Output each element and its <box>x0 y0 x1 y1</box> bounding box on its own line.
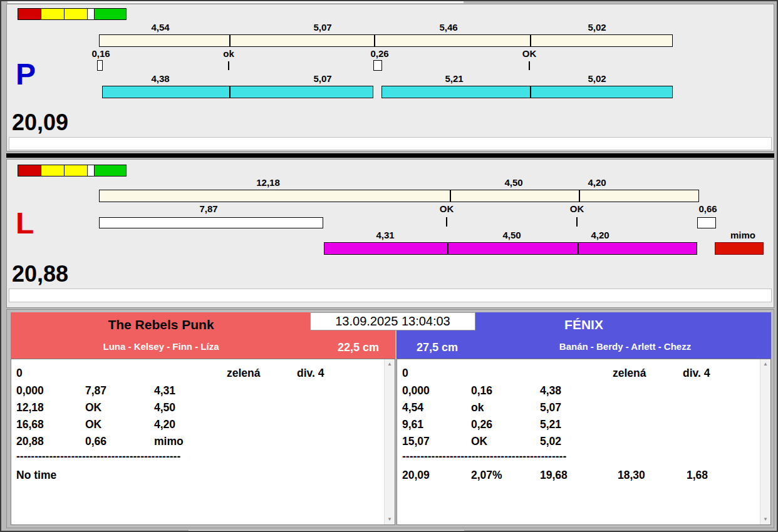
log-cell: 0,26 <box>471 418 492 431</box>
log-cell: 0 <box>16 367 23 380</box>
start-light-green-icon <box>94 165 127 176</box>
lane-p-split-bottom-label: 5,07 <box>313 73 331 84</box>
lane-l-mark-label: 0,66 <box>698 203 717 214</box>
log-cell: 4,31 <box>154 384 175 397</box>
lane-l-status-strip <box>9 289 772 302</box>
lane-p-split-top-label: 5,02 <box>588 22 606 33</box>
log-cell: zelená <box>227 367 261 380</box>
log-row: 12,18 OK 4,50 <box>11 401 383 415</box>
lane-l-total-time: 20,88 <box>12 262 68 286</box>
start-light-green-icon <box>94 8 127 20</box>
start-light-yellow-icon <box>64 8 88 20</box>
bar-divider <box>579 190 580 202</box>
start-light-red-icon <box>18 8 41 20</box>
bar-divider <box>578 242 579 255</box>
lane-l-first-run-bar <box>99 217 323 228</box>
log-row: 9,61 0,26 5,21 <box>397 418 759 432</box>
scroll-down-icon[interactable]: ▼ <box>387 514 392 524</box>
log-cell: ----------------------------------------… <box>16 450 180 463</box>
log-row: 15,07 OK 5,02 <box>397 435 759 449</box>
log-cell: No time <box>16 469 56 482</box>
log-cell: 0 <box>402 367 408 380</box>
start-light-yellow-icon <box>64 165 88 176</box>
scroll-up-icon[interactable]: ▲ <box>387 359 392 369</box>
lane-l-rerun-bar <box>324 242 697 255</box>
team-right-members: Banán - Berdy - Arlett - Chezz <box>484 341 766 352</box>
log-cell: div. 4 <box>297 367 324 380</box>
log-row: 0,000 0,16 4,38 <box>397 384 759 398</box>
log-cell: 9,61 <box>402 418 423 431</box>
lane-p-mark-label: ok <box>223 48 234 59</box>
lane-l-letter: L <box>16 208 34 238</box>
log-separator-row: ----------------------------------------… <box>11 450 383 464</box>
lane-p-status-strip <box>9 137 772 150</box>
log-cell: 2,07% <box>471 469 502 482</box>
log-cell: OK <box>471 435 487 448</box>
team-left-log[interactable]: 0 zelená div. 4 0,000 7,87 4,31 12,18 OK… <box>11 359 395 525</box>
bar-divider <box>229 34 231 47</box>
log-row: 0 zelená div. 4 <box>397 367 759 381</box>
team-left-scrollbar[interactable]: ▲ ▼ <box>384 359 395 524</box>
scroll-down-icon[interactable]: ▼ <box>763 514 768 524</box>
bar-divider <box>374 34 375 47</box>
start-fault-box <box>97 60 103 71</box>
log-separator-row: ----------------------------------------… <box>397 450 759 464</box>
log-cell: mimo <box>154 435 184 448</box>
lane-p-split-top-label: 4,54 <box>151 22 169 33</box>
change-fault-box <box>373 60 382 71</box>
lane-l-out-label: mimo <box>730 230 755 240</box>
log-cell: OK <box>85 401 101 414</box>
bar-divider <box>530 86 531 98</box>
log-row: 0,000 7,87 4,31 <box>11 384 383 398</box>
change-tick <box>446 217 447 227</box>
lane-p-split-bar <box>99 34 673 47</box>
lane-p-split-bottom-label: 5,21 <box>445 73 463 84</box>
lane-p-split-top-label: 5,07 <box>313 22 331 33</box>
bar-divider <box>530 34 531 47</box>
team-left-members: Luna - Kelsey - Finn - Líza <box>11 341 311 352</box>
lane-l-split-top-label: 12,18 <box>256 177 280 188</box>
start-light-red-icon <box>18 165 41 176</box>
log-cell: 4,38 <box>540 384 561 397</box>
lane-l-split-bottom-label: 4,31 <box>376 230 394 240</box>
log-row: 0 zelená div. 4 <box>11 367 383 381</box>
change-tick <box>576 217 578 227</box>
log-cell: ----------------------------------------… <box>402 450 566 463</box>
log-result-row: No time <box>11 469 383 483</box>
log-cell: 20,88 <box>16 435 44 448</box>
log-cell: 20,09 <box>402 469 430 482</box>
log-cell: 0,000 <box>16 384 44 397</box>
log-cell: 0,16 <box>471 384 492 397</box>
team-right-log[interactable]: 0 zelená div. 4 0,000 0,16 4,38 4,54 ok … <box>397 359 771 525</box>
log-cell: 4,50 <box>154 401 175 414</box>
bar-divider <box>450 190 451 202</box>
lane-l-split-top-label: 4,50 <box>504 177 522 188</box>
lane-p-mark-label: 0,16 <box>91 48 110 59</box>
log-cell: 19,68 <box>540 469 568 482</box>
lane-p-panel: P 4,54 5,07 5,46 5,02 0,16 ok 0,26 OK 4,… <box>6 4 774 151</box>
lane-p-split-bottom-label: 5,02 <box>588 73 606 84</box>
lane-l-split-bottom-label: 4,50 <box>502 230 521 240</box>
lane-l-out-bar <box>715 242 764 255</box>
log-cell: 12,18 <box>16 401 44 414</box>
log-cell: div. 4 <box>683 367 710 380</box>
lane-separator <box>6 153 774 158</box>
scroll-up-icon[interactable]: ▲ <box>763 359 768 369</box>
team-right-scrollbar[interactable]: ▲ ▼ <box>760 359 770 524</box>
lane-p-split-top-label: 5,46 <box>439 22 457 33</box>
bar-divider <box>229 86 231 98</box>
lane-p-letter: P <box>16 59 36 90</box>
log-cell: 5,21 <box>540 418 561 431</box>
log-cell: 4,54 <box>402 401 423 414</box>
start-light-l <box>18 165 127 176</box>
lane-p-total-time: 20,09 <box>12 111 68 135</box>
log-result-row: 20,09 2,07% 19,68 18,30 1,68 <box>397 469 759 483</box>
log-cell: 18,30 <box>618 469 645 482</box>
lane-p-run-bar <box>381 86 673 98</box>
log-cell: OK <box>85 418 101 431</box>
lane-p-mark-label: OK <box>522 48 537 59</box>
lane-p-mark-label: 0,26 <box>370 48 388 59</box>
lane-l-mark-label: 7,87 <box>199 203 217 214</box>
log-cell: 5,02 <box>540 435 561 448</box>
team-left-jump-height: 22,5 cm <box>324 341 393 354</box>
